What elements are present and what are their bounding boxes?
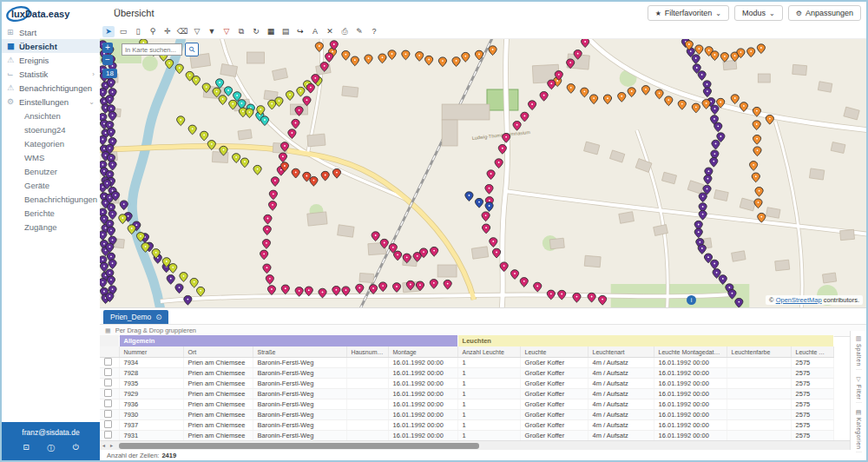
column-header-leuchtenart[interactable]: Leuchtenart	[588, 346, 654, 358]
attachment-icon[interactable]: ✎	[353, 26, 365, 37]
sidebar-item-benachrichtigungen[interactable]: ⚠Benachrichtigungen	[2, 81, 100, 95]
tab-prien-demo[interactable]: Prien_Demo ⊙	[103, 310, 168, 324]
table-cell: Prien am Chiemsee	[183, 399, 253, 410]
sidebar: luxData.easy ⊞Start▦Übersicht⚠Ereignis⌙S…	[2, 2, 101, 460]
horizontal-scrollbar[interactable]: ◂ ▸	[100, 440, 851, 450]
sidebar-subitem-ger-te[interactable]: Geräte	[2, 178, 100, 192]
map-search-button[interactable]: ⚲	[185, 43, 199, 56]
column-header-leuchte-montagedatum[interactable]: Leuchte Montagedatum	[654, 346, 727, 358]
row-checkbox[interactable]	[104, 389, 112, 397]
pointer-icon[interactable]: ➤	[102, 26, 115, 37]
add-marker-icon[interactable]: ⚲	[147, 26, 159, 37]
side-tab-spalten[interactable]: ▥Spalten	[856, 333, 862, 370]
map-search-input[interactable]	[122, 43, 182, 56]
row-checkbox[interactable]	[104, 431, 112, 439]
table-row[interactable]: 7936Prien am ChiemseeBaronin-Ferstl-Weg1…	[100, 399, 833, 410]
map-building	[619, 212, 635, 224]
map-building	[792, 64, 807, 75]
zoom-level-badge[interactable]: 18	[102, 69, 117, 78]
row-checkbox[interactable]	[104, 368, 112, 376]
layers-icon[interactable]: ▦	[265, 26, 277, 37]
modus-button[interactable]: Modus ⌄	[734, 5, 783, 21]
scroll-right-arrow[interactable]: ▸	[108, 442, 115, 450]
filter-edit-icon[interactable]: ▼	[206, 26, 218, 37]
table-row[interactable]: 7931Prien am ChiemseeBaronin-Ferstl-Weg1…	[100, 431, 833, 441]
column-header-leuchte[interactable]: Leuchte	[520, 346, 588, 358]
table-row[interactable]: 7930Prien am ChiemseeBaronin-Ferstl-Weg1…	[100, 410, 833, 420]
table-cell: 2575	[791, 379, 833, 389]
row-checkbox[interactable]	[104, 399, 112, 407]
anpassungen-button[interactable]: ⚙ Anpassungen	[788, 5, 861, 21]
column-header-hausnummer[interactable]: Hausnummer	[346, 346, 388, 358]
polygon-select-icon[interactable]: ▯	[132, 26, 144, 37]
filter-clear-icon[interactable]: ▽	[220, 26, 233, 37]
row-checkbox[interactable]	[104, 420, 112, 428]
sidebar-subitem-zug-nge[interactable]: Zugänge	[2, 220, 100, 234]
column-header-leuchte-anschlusswert[interactable]: Leuchte Anschlusswert	[791, 346, 833, 358]
sidebar-subitem-berichte[interactable]: Berichte	[2, 206, 100, 220]
column-header-montage[interactable]: Montage	[388, 346, 457, 358]
delete-icon[interactable]: ⌫	[176, 26, 188, 37]
column-header-ort[interactable]: Ort	[183, 346, 253, 358]
attribution-toggle-button[interactable]: i	[687, 295, 696, 305]
side-tab-kategorien[interactable]: ▤Kategorien	[856, 406, 862, 452]
info-icon[interactable]: ⓘ	[47, 443, 55, 454]
column-header-anzahl-leuchte[interactable]: Anzahl Leuchte	[457, 346, 520, 358]
eye-icon[interactable]: ⊙	[155, 313, 161, 321]
sidebar-item-statistik[interactable]: ⌙Statistik›	[2, 67, 100, 81]
export-icon[interactable]: ↪	[294, 26, 306, 37]
map-building	[471, 247, 488, 259]
scrollbar-thumb[interactable]	[119, 443, 479, 449]
sidebar-subitem-wms[interactable]: WMS	[2, 150, 100, 164]
apps-icon[interactable]: ⊡	[23, 443, 30, 454]
column-header-stra-e[interactable]: Straße	[253, 346, 346, 358]
copy-icon[interactable]: ⧉	[235, 26, 247, 37]
map-building	[775, 260, 790, 271]
sidebar-item-einstellungen[interactable]: ⚙Einstellungen⌄	[2, 95, 100, 109]
column-header-nummer[interactable]: Nummer	[119, 346, 183, 358]
row-checkbox[interactable]	[104, 410, 112, 418]
row-checkbox[interactable]	[104, 379, 112, 386]
help-icon[interactable]: ?	[368, 26, 380, 37]
sidebar-subitem-benutzer[interactable]: Benutzer	[2, 164, 100, 178]
table-row[interactable]: 7928Prien am ChiemseeBaronin-Ferstl-Weg1…	[100, 368, 833, 379]
close-icon[interactable]: ✕	[324, 26, 336, 37]
column-header-leuchtenfarbe[interactable]: Leuchtenfarbe	[727, 346, 791, 358]
map-canvas[interactable]: Ludwig-Thoma-Gymnasium + − 18 ⚲ i © Open…	[100, 39, 866, 307]
zoom-in-button[interactable]: +	[102, 43, 113, 53]
table-cell	[346, 368, 388, 379]
table-row[interactable]: 7937Prien am ChiemseeBaronin-Ferstl-Weg1…	[100, 420, 833, 431]
side-tab-filter[interactable]: ▽Filter	[856, 373, 862, 403]
map-building	[338, 225, 354, 237]
table-cell: 4m / Aufsatz	[588, 368, 654, 379]
table-row[interactable]: 7934Prien am ChiemseeBaronin-Ferstl-Weg1…	[100, 358, 833, 368]
clipboard-icon[interactable]: ▤	[279, 26, 292, 37]
labels-icon[interactable]: A	[309, 26, 321, 37]
osm-link[interactable]: OpenStreetMap	[776, 296, 822, 304]
sidebar-subitem-stoerung24[interactable]: stoerung24	[2, 122, 100, 136]
power-icon[interactable]: ⏻	[73, 443, 79, 454]
move-icon[interactable]: ✛	[161, 26, 174, 37]
sidebar-item-start[interactable]: ⊞Start	[2, 25, 100, 39]
scroll-left-arrow[interactable]: ◂	[100, 442, 108, 450]
row-checkbox[interactable]	[104, 358, 112, 366]
sidebar-item-ereignis[interactable]: ⚠Ereignis	[2, 53, 100, 67]
refresh-icon[interactable]: ↻	[250, 26, 262, 37]
map-building	[307, 212, 327, 226]
sidebar-subitem-ansichten[interactable]: Ansichten	[2, 109, 100, 122]
sidebar-subitem-benachrichtigungen[interactable]: Benachrichtigungen	[2, 192, 100, 206]
table-cell: 16.01.1992 00:00	[388, 389, 457, 399]
filter-icon[interactable]: ▽	[191, 26, 203, 37]
print-icon[interactable]: ⎙	[339, 26, 351, 37]
chevron-down-icon: ⌄	[769, 10, 775, 17]
zoom-out-button[interactable]: −	[102, 55, 113, 65]
table-cell: 16.01.1992 00:00	[388, 358, 457, 368]
sidebar-subitem-kategorien[interactable]: Kategorien	[2, 136, 100, 150]
table-row[interactable]: 7935Prien am ChiemseeBaronin-Ferstl-Weg1…	[100, 379, 833, 389]
filter-favorites-button[interactable]: ★ Filterfavoriten ⌄	[648, 5, 729, 21]
sidebar-item--bersicht[interactable]: ▦Übersicht	[2, 39, 100, 53]
rect-select-icon[interactable]: ▭	[117, 26, 129, 37]
table-row[interactable]: 7929Prien am ChiemseeBaronin-Ferstl-Weg1…	[100, 389, 833, 399]
select-all-cell[interactable]	[100, 346, 119, 358]
table-cell: 4m / Aufsatz	[588, 358, 654, 368]
